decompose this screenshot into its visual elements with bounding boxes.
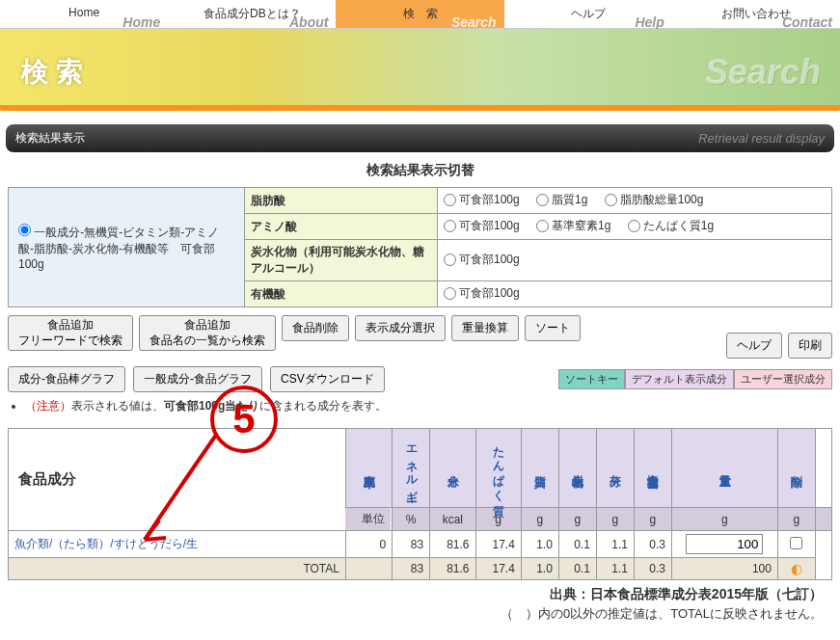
button-row-1: 食品追加 フリーワードで検索 食品追加 食品名の一覧から検索 食品削除 表示成分… [8,315,832,359]
csv-download-button[interactable]: CSVダウンロード [270,366,385,392]
delete-food-button[interactable]: 食品削除 [282,315,349,341]
nav-search[interactable]: 検 索Search [336,0,503,28]
total-label: TOTAL [9,558,346,580]
legend-sortkey: ソートキー [558,369,625,389]
nav-help[interactable]: ヘルプHelp [504,0,672,28]
row-organic-opts: 可食部100g [438,281,832,307]
nav-home[interactable]: HomeHome [0,0,168,28]
food-link[interactable]: 魚介類/（たら類）/すけとうだら/生 [14,536,339,552]
switch-left-cell: 一般成分-無機質-ビタミン類-アミノ酸-脂肪酸-炭水化物-有機酸等 可食部100… [9,188,245,307]
footer-note: （ ）内の0以外の推定値は、TOTALに反映されません。 [17,605,823,623]
nav-about[interactable]: 食品成分DBとは？About [168,0,336,28]
results-table: 食品成分 廃棄率 エネルギー 水分 たんぱく質 脂質 炭水化物 灰分 食塩相当量… [8,428,832,580]
bar-graph-button[interactable]: 成分-食品棒グラフ [8,366,125,392]
switch-table: 一般成分-無機質-ビタミン類-アミノ酸-脂肪酸-炭水化物-有機酸等 可食部100… [8,187,832,307]
print-button[interactable]: 印刷 [788,333,832,359]
top-nav: HomeHome 食品成分DBとは？About 検 索Search ヘルプHel… [0,0,840,29]
col-salt[interactable]: 食塩相当量 [634,429,671,508]
row-amino-label: アミノ酸 [245,214,438,240]
sort-button[interactable]: ソート [525,315,581,341]
button-row-2: 成分-食品棒グラフ 一般成分-食品グラフ CSVダウンロード ソートキー デフォ… [8,366,832,392]
col-ash[interactable]: 灰分 [596,429,634,508]
general-radio[interactable] [18,224,31,236]
subheader-en: Retrieval result display [698,131,825,146]
table-row: 魚介類/（たら類）/すけとうだら/生 0 83 81.6 17.4 1.0 0.… [9,531,832,558]
pacman-icon[interactable]: ◐ [791,561,802,576]
col-energy[interactable]: エネルギー [393,429,430,508]
row-carb-label: 炭水化物（利用可能炭水化物、糖アルコール） [245,240,438,281]
table-rowlabel: 食品成分 [9,429,346,531]
weight-input[interactable] [686,534,763,554]
general-radio-label[interactable]: 一般成分-無機質-ビタミン類-アミノ酸-脂肪酸-炭水化物-有機酸等 可食部100… [18,226,219,271]
legend: ソートキー デフォルト表示成分 ユーザー選択成分 [558,369,832,389]
note: （注意）表示される値は、可食部100g当たりに含まれる成分を表す。 [25,398,832,414]
help-button[interactable]: ヘルプ [726,333,782,359]
select-components-button[interactable]: 表示成分選択 [355,315,446,341]
weight-convert-button[interactable]: 重量換算 [451,315,519,341]
line-graph-button[interactable]: 一般成分-食品グラフ [133,366,262,392]
col-carb[interactable]: 炭水化物 [558,429,596,508]
col-haiki[interactable]: 廃棄率 [346,429,393,508]
delete-checkbox[interactable] [790,537,802,549]
legend-default: デフォルト表示成分 [625,369,734,389]
legend-user: ユーザー選択成分 [734,369,832,389]
hero-bg-text: Search [705,52,821,93]
add-freeword-button[interactable]: 食品追加 フリーワードで検索 [8,315,133,351]
row-amino-opts: 可食部100g 基準窒素1g たんぱく質1g [438,214,832,240]
col-delete: 削除 [777,429,815,508]
row-fat-opts: 可食部100g 脂質1g 脂肪酸総量100g [438,188,832,214]
unit-label: 単位 [345,508,392,531]
total-row: TOTAL 83 81.6 17.4 1.0 0.1 1.1 0.3 100 ◐ [9,558,832,580]
nav-contact[interactable]: お問い合わせContact [672,0,840,28]
col-fat[interactable]: 脂質 [521,429,558,508]
footer-credit: 出典：日本食品標準成分表2015年版（七訂） [17,586,823,603]
switch-title: 検索結果表示切替 [8,162,832,179]
col-weight[interactable]: 重量 [671,429,777,508]
row-fat-label: 脂肪酸 [245,188,438,214]
result-subheader: 検索結果表示 Retrieval result display [6,124,834,152]
col-protein[interactable]: たんぱく質 [475,429,521,508]
row-organic-label: 有機酸 [245,281,438,307]
subheader-jp: 検索結果表示 [15,130,85,147]
add-fromlist-button[interactable]: 食品追加 食品名の一覧から検索 [139,315,276,351]
row-carb-opts: 可食部100g [438,240,832,281]
hero-banner: 検 索 Search [0,29,840,111]
col-water[interactable]: 水分 [430,429,475,508]
